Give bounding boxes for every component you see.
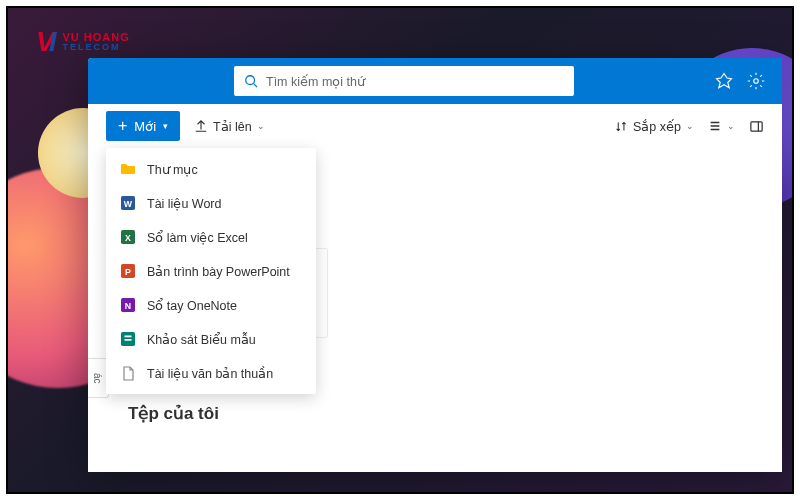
menu-item-label: Sổ tay OneNote [147, 298, 237, 313]
svg-point-2 [754, 79, 759, 84]
upload-icon [194, 119, 208, 133]
premium-icon[interactable] [714, 71, 734, 91]
menu-item-label: Sổ làm việc Excel [147, 230, 248, 245]
menu-item-label: Tài liệu Word [147, 196, 221, 211]
menu-item-label: Thư mục [147, 162, 198, 177]
svg-rect-17 [125, 336, 132, 338]
content-area: ác Thư mục W Tài liệu Word [88, 148, 782, 472]
excel-icon: X [120, 229, 136, 245]
info-pane-icon [749, 119, 764, 134]
menu-item-folder[interactable]: Thư mục [106, 152, 316, 186]
search-placeholder: Tìm kiếm mọi thứ [266, 74, 365, 89]
chevron-down-icon: ⌄ [727, 121, 735, 131]
menu-item-onenote[interactable]: N Sổ tay OneNote [106, 288, 316, 322]
svg-text:X: X [125, 233, 131, 243]
svg-rect-18 [125, 339, 132, 341]
logo-sub: TELECOM [62, 43, 129, 52]
sort-button[interactable]: Sắp xếp ⌄ [615, 119, 694, 134]
chevron-down-icon: ⌄ [686, 121, 694, 131]
forms-icon [120, 331, 136, 347]
onedrive-window: Tìm kiếm mọi thứ + Mới ▾ Tải lên ⌄ [88, 58, 782, 472]
text-file-icon [120, 365, 136, 381]
details-pane-button[interactable] [749, 119, 764, 134]
svg-text:W: W [124, 199, 133, 209]
watermark-logo: VI VU HOANG TELECOM [36, 26, 130, 58]
menu-item-forms[interactable]: Khảo sát Biểu mẫu [106, 322, 316, 356]
chevron-down-icon: ⌄ [257, 121, 265, 131]
word-icon: W [120, 195, 136, 211]
menu-item-label: Khảo sát Biểu mẫu [147, 332, 256, 347]
new-menu-dropdown: Thư mục W Tài liệu Word X Sổ làm việc Ex… [106, 148, 316, 394]
svg-rect-6 [751, 121, 762, 130]
chevron-down-icon: ▾ [163, 121, 168, 131]
folder-icon [120, 161, 136, 177]
menu-item-label: Tài liệu văn bản thuần [147, 366, 273, 381]
menu-item-excel[interactable]: X Sổ làm việc Excel [106, 220, 316, 254]
upload-label: Tải lên [213, 119, 252, 134]
section-title: Tệp của tôi [128, 403, 219, 424]
menu-item-word[interactable]: W Tài liệu Word [106, 186, 316, 220]
menu-item-plaintext[interactable]: Tài liệu văn bản thuần [106, 356, 316, 390]
svg-line-1 [254, 84, 258, 88]
search-input[interactable]: Tìm kiếm mọi thứ [234, 66, 574, 96]
menu-item-powerpoint[interactable]: P Bản trình bày PowerPoint [106, 254, 316, 288]
settings-icon[interactable] [746, 71, 766, 91]
list-icon [708, 119, 722, 133]
sort-label: Sắp xếp [633, 119, 681, 134]
new-button[interactable]: + Mới ▾ [106, 111, 180, 141]
search-icon [244, 74, 258, 88]
command-bar: + Mới ▾ Tải lên ⌄ Sắp xếp ⌄ ⌄ [88, 104, 782, 148]
title-bar: Tìm kiếm mọi thứ [88, 58, 782, 104]
new-button-label: Mới [134, 119, 156, 134]
svg-text:N: N [125, 301, 131, 311]
svg-point-0 [246, 76, 255, 85]
menu-item-label: Bản trình bày PowerPoint [147, 264, 290, 279]
sort-icon [615, 120, 628, 133]
upload-button[interactable]: Tải lên ⌄ [194, 119, 265, 134]
svg-text:P: P [125, 267, 131, 277]
onenote-icon: N [120, 297, 136, 313]
view-options-button[interactable]: ⌄ [708, 119, 735, 133]
plus-icon: + [118, 117, 127, 135]
powerpoint-icon: P [120, 263, 136, 279]
